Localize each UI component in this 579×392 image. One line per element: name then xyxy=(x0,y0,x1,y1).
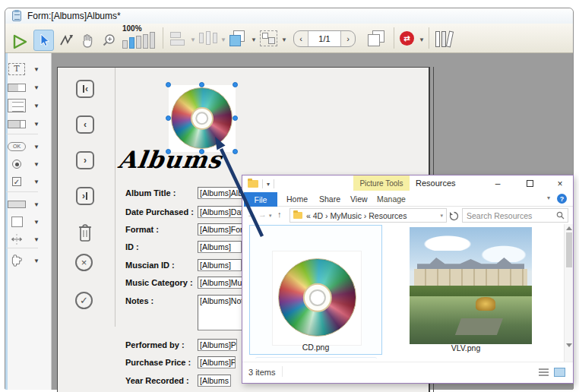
quick-access-dropdown-icon[interactable]: ▾ xyxy=(267,181,270,188)
qat-separator xyxy=(274,179,274,188)
execute-form-button[interactable] xyxy=(10,32,30,52)
accept-button[interactable]: ✓ xyxy=(75,292,93,309)
form-heading[interactable]: Albums xyxy=(116,146,223,173)
tab-view[interactable]: View xyxy=(350,194,368,204)
distribute-dropdown-arrow[interactable]: ▼ xyxy=(220,36,226,43)
palette-plugin-tool[interactable]: ▼ xyxy=(6,252,44,269)
tab-file[interactable]: File xyxy=(244,192,277,207)
zoom-step-5[interactable] xyxy=(150,32,155,49)
next-page-button[interactable]: › xyxy=(341,31,355,46)
thumbnail-view-button[interactable] xyxy=(554,368,565,377)
palette-input-tool[interactable]: ▼ xyxy=(6,79,44,96)
ribbon-tabs: File Home Share View Manage ▾ ? xyxy=(242,192,573,207)
palette-combobox-tool[interactable]: ▼ xyxy=(6,115,44,132)
scroll-down-icon[interactable] xyxy=(566,343,572,347)
address-folder-icon xyxy=(293,212,302,219)
maximize-button[interactable] xyxy=(521,177,538,190)
palette-checkbox-tool[interactable]: ✓▼ xyxy=(6,173,44,190)
group-objects-button[interactable] xyxy=(260,30,278,47)
field-label: Format : xyxy=(125,225,159,234)
cursor-arrow-icon xyxy=(37,33,51,48)
input-field-icon xyxy=(6,84,27,92)
scroll-thumb[interactable] xyxy=(566,232,572,267)
zoom-tool-button[interactable] xyxy=(99,30,118,50)
ribbon-collapse-icon[interactable]: ▾ xyxy=(547,194,550,201)
selection-handle-n[interactable] xyxy=(199,82,204,87)
palette-splitter-tool[interactable]: ▼ xyxy=(6,231,44,248)
explorer-window: ▾ Picture Tools Resources – × File Home … xyxy=(242,175,574,384)
explorer-scrollbar[interactable] xyxy=(564,224,573,362)
field-label: ID : xyxy=(125,242,139,251)
palette-button-tool[interactable]: OK▼ xyxy=(6,138,44,155)
scroll-up-icon[interactable] xyxy=(566,226,572,230)
selection-handle-e[interactable] xyxy=(233,115,238,121)
file-item-vlv[interactable]: VLV.png xyxy=(397,225,534,355)
entry-order-tool-button[interactable] xyxy=(57,30,75,50)
selection-handle-ne[interactable] xyxy=(233,82,238,87)
pan-tool-button[interactable] xyxy=(78,30,96,50)
file-list[interactable]: CD.png VLV.png xyxy=(243,224,565,362)
screenshot-root: Form:[Albums]Albums* 100% ▼ ▼ ▼ xyxy=(0,0,579,392)
close-button[interactable]: × xyxy=(552,177,568,190)
help-icon[interactable]: ? xyxy=(557,194,567,204)
group-dropdown-arrow[interactable]: ▼ xyxy=(281,36,287,43)
badges-dropdown-arrow[interactable]: ▼ xyxy=(419,36,425,43)
badges-button[interactable]: ⇄ xyxy=(400,31,414,46)
file-item-cd[interactable]: CD.png xyxy=(249,225,382,355)
form-pages-button[interactable] xyxy=(368,30,388,49)
up-icon[interactable]: ↑ xyxy=(277,210,282,219)
toolbar-separator xyxy=(429,27,429,49)
palette-separator xyxy=(6,248,38,248)
address-dropdown-icon[interactable]: ▾ xyxy=(440,213,443,219)
back-icon[interactable]: ← xyxy=(247,210,255,219)
field-input[interactable]: [Albums]P xyxy=(198,356,236,368)
details-view-button[interactable] xyxy=(539,368,549,377)
last-record-button[interactable]: › xyxy=(76,187,94,205)
tab-share[interactable]: Share xyxy=(319,194,340,204)
field-input[interactable]: [Albums] xyxy=(198,259,242,271)
breadcrumb[interactable]: « 4D › MyMusic › Resources xyxy=(306,211,407,220)
layering-button[interactable] xyxy=(229,30,248,47)
layering-dropdown-arrow[interactable]: ▼ xyxy=(251,36,257,43)
palette-rectangle-tool[interactable]: ▼ xyxy=(6,213,44,230)
picture-tools-contextual-tab[interactable]: Picture Tools xyxy=(353,175,410,191)
zoom-step-3[interactable] xyxy=(136,36,141,49)
first-record-button[interactable]: ‹ xyxy=(76,80,94,98)
zoom-step-2-active[interactable] xyxy=(129,37,134,49)
next-record-button[interactable]: › xyxy=(76,151,94,169)
search-box[interactable]: Search Resources xyxy=(462,208,568,223)
align-dropdown-arrow[interactable]: ▼ xyxy=(190,36,196,43)
field-label: Muscian ID : xyxy=(125,261,175,270)
object-library-button[interactable] xyxy=(435,30,456,49)
palette-radio-tool[interactable]: ▼ xyxy=(6,156,44,172)
zoom-step-1[interactable] xyxy=(122,40,128,49)
zoom-step-4[interactable] xyxy=(143,34,148,49)
distribute-objects-button[interactable] xyxy=(199,31,217,46)
cd-picture-object[interactable] xyxy=(169,85,236,152)
selection-handle-w[interactable] xyxy=(166,115,171,121)
previous-record-button[interactable]: ‹ xyxy=(76,115,94,134)
previous-page-button[interactable]: ‹ xyxy=(294,31,308,46)
selection-handle-nw[interactable] xyxy=(166,82,171,87)
field-input[interactable]: [Albums xyxy=(198,375,231,387)
form-editor-titlebar[interactable]: Form:[Albums]Albums* xyxy=(5,8,573,24)
selection-tool-button[interactable] xyxy=(33,30,54,51)
palette-listbox-tool[interactable]: ▼ xyxy=(6,97,44,114)
palette-text-tool[interactable]: T▼ xyxy=(6,61,44,77)
tab-manage[interactable]: Manage xyxy=(373,194,410,204)
field-input[interactable]: [Albums]Per xyxy=(198,339,237,351)
entry-order-icon xyxy=(58,32,74,49)
selection-handle-se[interactable] xyxy=(233,149,238,154)
forward-icon[interactable]: → xyxy=(258,210,267,219)
palette-static-tool[interactable]: ▼ xyxy=(6,196,44,213)
magnifier-plus-icon xyxy=(100,32,117,49)
delete-record-button[interactable] xyxy=(75,220,95,243)
minimize-button[interactable]: – xyxy=(489,177,506,190)
recent-locations-icon[interactable]: ▾ xyxy=(269,213,272,219)
align-objects-button[interactable] xyxy=(170,32,187,46)
address-bar[interactable]: « 4D › MyMusic › Resources ▾ xyxy=(290,208,447,223)
field-input[interactable]: [Albums] xyxy=(198,241,242,253)
refresh-icon[interactable] xyxy=(449,211,459,221)
tab-home[interactable]: Home xyxy=(286,194,308,204)
cancel-button[interactable]: × xyxy=(75,254,93,271)
